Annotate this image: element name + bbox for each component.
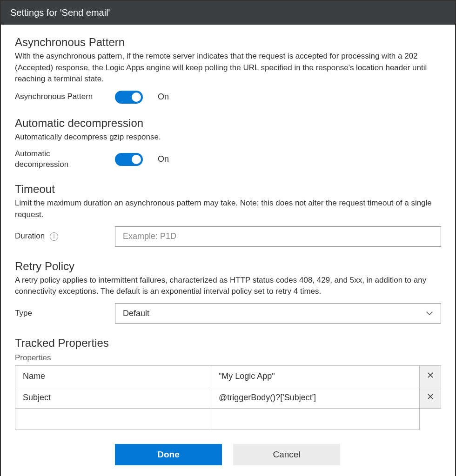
decomp-description: Automatically decompress gzip response. — [15, 132, 441, 143]
async-description: With the asynchronous pattern, if the re… — [15, 51, 441, 85]
prop-key-cell[interactable]: Name — [15, 366, 211, 387]
footer: Done Cancel — [115, 444, 441, 465]
prop-key-cell[interactable]: Subject — [15, 387, 211, 409]
chevron-down-icon — [426, 310, 433, 317]
decomp-heading: Automatic decompression — [15, 117, 441, 130]
async-toggle-state: On — [158, 92, 169, 102]
section-retry: Retry Policy A retry policy applies to i… — [15, 260, 441, 324]
done-button[interactable]: Done — [115, 444, 222, 465]
section-timeout: Timeout Limit the maximum duration an as… — [15, 183, 441, 246]
async-toggle[interactable] — [115, 91, 143, 104]
decomp-toggle-label: Automatic decompression — [15, 149, 106, 170]
retry-description: A retry policy applies to intermittent f… — [15, 275, 441, 298]
async-toggle-label: Asynchronous Pattern — [15, 92, 106, 102]
prop-value-cell[interactable]: @triggerBody()?['Subject'] — [211, 387, 419, 409]
retry-type-value: Default — [123, 309, 149, 318]
table-row — [15, 409, 441, 430]
duration-label-text: Duration — [15, 231, 45, 240]
tracked-props-table: Name "My Logic App" Subject @triggerBody… — [15, 365, 441, 430]
prop-value-cell[interactable] — [211, 409, 419, 430]
prop-key-cell[interactable] — [15, 409, 211, 430]
prop-delete-placeholder — [420, 409, 441, 430]
retry-type-label: Type — [15, 308, 106, 319]
retry-type-select[interactable]: Default — [115, 303, 441, 324]
table-row: Subject @triggerBody()?['Subject'] — [15, 387, 441, 409]
tracked-heading: Tracked Properties — [15, 337, 441, 350]
decomp-toggle-state: On — [158, 154, 169, 164]
toggle-knob-icon — [132, 155, 141, 164]
section-async: Asynchronous Pattern With the asynchrono… — [15, 36, 441, 104]
cancel-button[interactable]: Cancel — [233, 444, 340, 465]
timeout-heading: Timeout — [15, 183, 441, 196]
info-icon[interactable]: i — [50, 232, 58, 241]
close-icon — [427, 371, 434, 381]
async-heading: Asynchronous Pattern — [15, 36, 441, 49]
prop-delete-button[interactable] — [420, 387, 441, 409]
settings-panel: Settings for 'Send email' Asynchronous P… — [0, 0, 456, 476]
toggle-knob-icon — [132, 93, 141, 102]
decomp-toggle[interactable] — [115, 153, 143, 166]
table-row: Name "My Logic App" — [15, 366, 441, 387]
prop-delete-button[interactable] — [420, 366, 441, 387]
prop-value-cell[interactable]: "My Logic App" — [211, 366, 419, 387]
duration-label: Duration i — [15, 231, 106, 242]
section-decompression: Automatic decompression Automatically de… — [15, 117, 441, 170]
panel-title: Settings for 'Send email' — [1, 1, 455, 25]
timeout-description: Limit the maximum duration an asynchrono… — [15, 198, 441, 220]
tracked-props-label: Properties — [15, 353, 441, 363]
duration-input[interactable] — [115, 226, 441, 247]
panel-content: Asynchronous Pattern With the asynchrono… — [1, 25, 455, 476]
section-tracked: Tracked Properties Properties Name "My L… — [15, 337, 441, 430]
retry-heading: Retry Policy — [15, 260, 441, 273]
close-icon — [427, 393, 434, 402]
